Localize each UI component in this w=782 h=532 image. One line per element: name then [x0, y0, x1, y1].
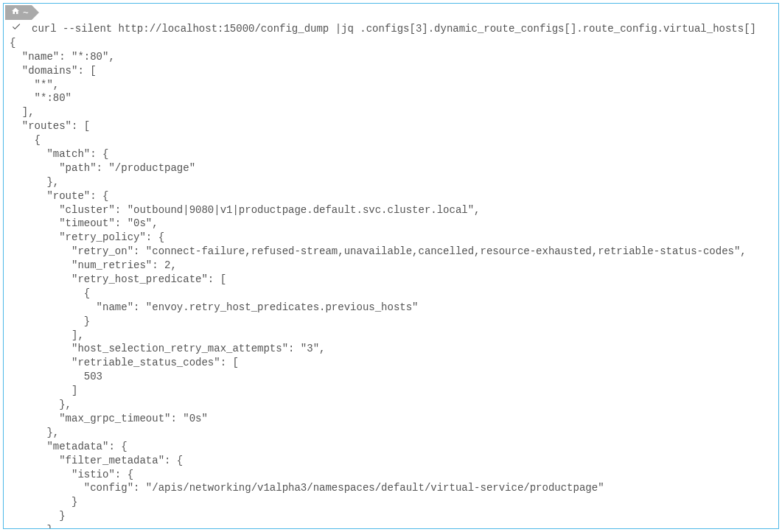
terminal-container: ~ curl --silent http://localhost:15000/c… [3, 3, 779, 529]
home-icon [11, 7, 20, 18]
checkmark-icon [10, 21, 32, 36]
terminal-content[interactable]: curl --silent http://localhost:15000/con… [4, 20, 778, 529]
output-block: { "name": "*:80", "domains": [ "*", "*:8… [10, 36, 772, 529]
breadcrumb-tilde: ~ [23, 7, 29, 18]
breadcrumb-bar: ~ [5, 5, 32, 20]
prompt-line: curl --silent http://localhost:15000/con… [10, 21, 772, 36]
command-text: curl --silent http://localhost:15000/con… [32, 22, 756, 36]
